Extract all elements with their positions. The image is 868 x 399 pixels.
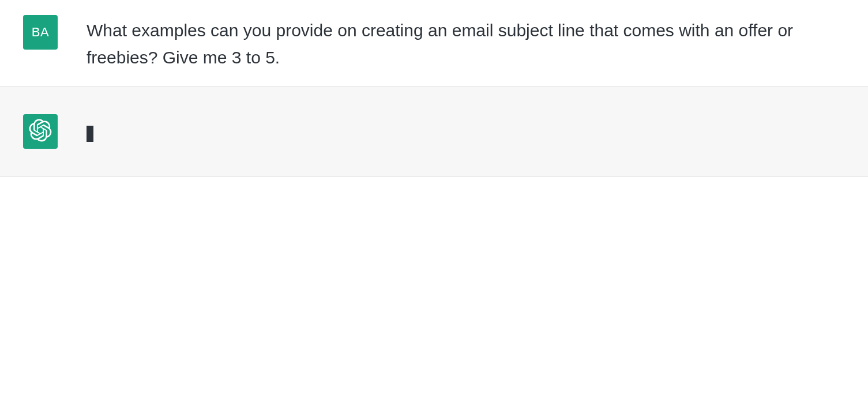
assistant-avatar [23, 114, 58, 149]
assistant-message-row [0, 86, 868, 177]
assistant-message-text [87, 114, 845, 144]
openai-logo-icon [29, 119, 52, 144]
user-avatar: BA [23, 15, 58, 50]
user-message-text: What examples can you provide on creatin… [87, 15, 845, 71]
user-message-row: BA What examples can you provide on crea… [0, 0, 868, 86]
user-avatar-initials: BA [32, 25, 49, 40]
typing-cursor-icon [87, 126, 93, 142]
